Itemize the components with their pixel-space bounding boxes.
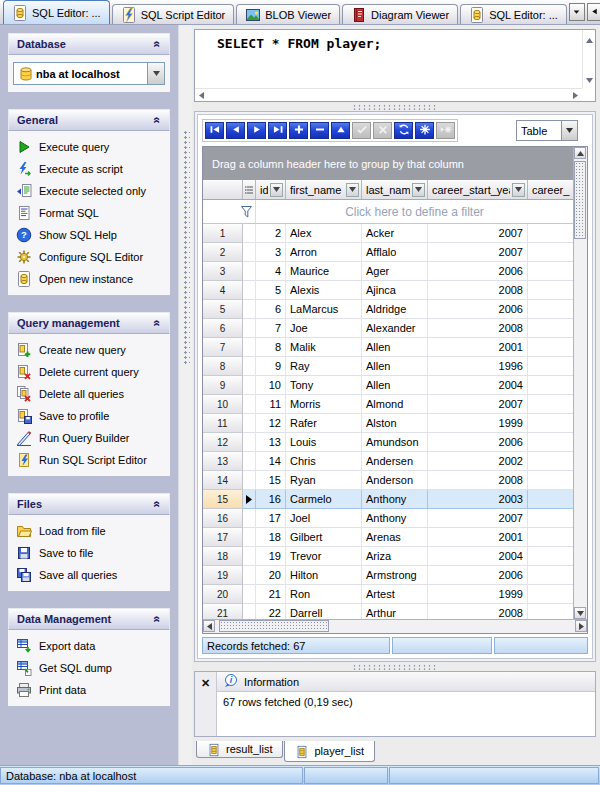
cell-career-start-year[interactable]: 1999 <box>428 585 528 604</box>
cell-career-start-year[interactable]: 2004 <box>428 376 528 395</box>
cell-last-name[interactable]: Alston <box>362 414 428 433</box>
cell-last-name[interactable]: Alexander <box>362 319 428 338</box>
cell-career-start-year[interactable]: 1996 <box>428 357 528 376</box>
cell-id[interactable]: 18 <box>256 528 286 547</box>
column-header-career[interactable]: career_ <box>528 180 573 199</box>
cell-career[interactable] <box>528 452 573 471</box>
scroll-up-icon[interactable] <box>586 33 593 45</box>
cell-career-start-year[interactable]: 2006 <box>428 566 528 585</box>
sql-editor-panel[interactable]: SELECT * FROM player; <box>194 29 596 102</box>
open-new-instance-button[interactable]: Open new instance <box>12 268 166 290</box>
scroll-down-icon[interactable] <box>586 73 593 85</box>
create-new-query-button[interactable]: Create new query <box>12 339 166 361</box>
cell-last-name[interactable]: Almond <box>362 395 428 414</box>
collapse-chevron-icon[interactable]: « <box>151 320 165 327</box>
table-row-4[interactable]: 45AlexisAjinca2008 <box>203 281 573 300</box>
configure-sql-editor-button[interactable]: Configure SQL Editor <box>12 246 166 268</box>
column-header-first-name[interactable]: first_name <box>286 180 362 199</box>
cell-career-start-year[interactable]: 2001 <box>428 528 528 547</box>
cell-id[interactable]: 20 <box>256 566 286 585</box>
cell-last-name[interactable]: Allen <box>362 338 428 357</box>
cell-career[interactable] <box>528 585 573 604</box>
cell-career[interactable] <box>528 509 573 528</box>
cell-career-start-year[interactable]: 2001 <box>428 338 528 357</box>
cell-id[interactable]: 16 <box>256 490 286 509</box>
scroll-right-icon[interactable] <box>573 89 578 101</box>
cell-career[interactable] <box>528 357 573 376</box>
scroll-left-icon[interactable] <box>199 89 204 101</box>
execute-as-script-button[interactable]: Execute as script <box>12 158 166 180</box>
collapse-chevron-icon[interactable]: « <box>151 501 165 508</box>
cell-first-name[interactable]: Carmelo <box>286 490 362 509</box>
cell-career[interactable] <box>528 338 573 357</box>
cell-first-name[interactable]: Hilton <box>286 566 362 585</box>
group-by-panel[interactable]: Drag a column header here to group by th… <box>203 147 573 180</box>
cell-first-name[interactable]: Joe <box>286 319 362 338</box>
filter-funnel-icon[interactable] <box>203 200 256 223</box>
result-info-splitter[interactable] <box>194 662 596 671</box>
row-number[interactable]: 5 <box>203 300 243 319</box>
run-sql-script-editor-button[interactable]: Run SQL Script Editor <box>12 449 166 471</box>
table-row-12[interactable]: 1213LouisAmundson2006 <box>203 433 573 452</box>
filter-row[interactable]: Click here to define a filter <box>203 200 573 224</box>
table-row-3[interactable]: 34MauriceAger2006 <box>203 262 573 281</box>
cell-career[interactable] <box>528 300 573 319</box>
table-row-15[interactable]: 1516CarmeloAnthony2003 <box>203 490 573 509</box>
cell-last-name[interactable]: Andersen <box>362 452 428 471</box>
tab-menu-button[interactable] <box>569 3 585 21</box>
tab-blob-viewer-2[interactable]: BLOB Viewer <box>236 4 340 24</box>
print-data-button[interactable]: Print data <box>12 679 166 701</box>
cell-id[interactable]: 12 <box>256 414 286 433</box>
cell-id[interactable]: 10 <box>256 376 286 395</box>
row-number[interactable]: 12 <box>203 433 243 452</box>
editor-vscrollbar[interactable] <box>582 30 595 88</box>
column-header-id[interactable]: id <box>256 180 286 199</box>
cell-last-name[interactable]: Aldridge <box>362 300 428 319</box>
delete-record-button[interactable] <box>310 122 329 139</box>
close-info-button[interactable]: ✕ <box>198 676 213 691</box>
row-number[interactable]: 2 <box>203 243 243 262</box>
cell-first-name[interactable]: Ryan <box>286 471 362 490</box>
tab-sql-script-editor-1[interactable]: SQL Script Editor <box>112 4 235 24</box>
cell-first-name[interactable]: Malik <box>286 338 362 357</box>
cell-first-name[interactable]: Joel <box>286 509 362 528</box>
cell-career-start-year[interactable]: 2008 <box>428 319 528 338</box>
refresh-records-button[interactable] <box>394 122 413 139</box>
cell-career-start-year[interactable]: 2007 <box>428 395 528 414</box>
column-filter-dropdown-icon[interactable] <box>412 183 425 197</box>
table-row-7[interactable]: 78MalikAllen2001 <box>203 338 573 357</box>
last-record-button[interactable] <box>268 122 287 139</box>
post-edit-button[interactable] <box>352 122 371 139</box>
cell-first-name[interactable]: Darrell <box>286 604 362 619</box>
cell-last-name[interactable]: Ajinca <box>362 281 428 300</box>
cell-last-name[interactable]: Allen <box>362 376 428 395</box>
cell-last-name[interactable]: Anthony <box>362 490 428 509</box>
collapse-chevron-icon[interactable]: « <box>151 41 165 48</box>
run-query-builder-button[interactable]: Run Query Builder <box>12 427 166 449</box>
get-sql-dump-button[interactable]: Get SQL dump <box>12 657 166 679</box>
save-to-profile-button[interactable]: Save to profile <box>12 405 166 427</box>
column-filter-dropdown-icon[interactable] <box>346 183 359 197</box>
cell-career[interactable] <box>528 604 573 619</box>
cell-id[interactable]: 21 <box>256 585 286 604</box>
cell-career-start-year[interactable]: 2006 <box>428 433 528 452</box>
cell-career[interactable] <box>528 414 573 433</box>
execute-selected-only-button[interactable]: Execute selected only <box>12 180 166 202</box>
section-header-database[interactable]: Database« <box>8 33 170 55</box>
column-header-last-name[interactable]: last_name <box>362 180 428 199</box>
vscroll-thumb[interactable] <box>574 161 586 239</box>
table-row-11[interactable]: 1112RaferAlston1999 <box>203 414 573 433</box>
row-number[interactable]: 6 <box>203 319 243 338</box>
cell-first-name[interactable]: Tony <box>286 376 362 395</box>
tab-sql-editor-4[interactable]: SQL Editor: ... <box>460 4 567 24</box>
edit-record-button[interactable] <box>331 122 350 139</box>
table-row-1[interactable]: 12AlexAcker2007 <box>203 224 573 243</box>
row-number[interactable]: 14 <box>203 471 243 490</box>
cell-last-name[interactable]: Afflalo <box>362 243 428 262</box>
cell-career[interactable] <box>528 433 573 452</box>
execute-query-button[interactable]: Execute query <box>12 136 166 158</box>
table-row-18[interactable]: 1819TrevorAriza2004 <box>203 547 573 566</box>
show-sql-help-button[interactable]: ?Show SQL Help <box>12 224 166 246</box>
cell-career[interactable] <box>528 262 573 281</box>
cell-first-name[interactable]: Rafer <box>286 414 362 433</box>
